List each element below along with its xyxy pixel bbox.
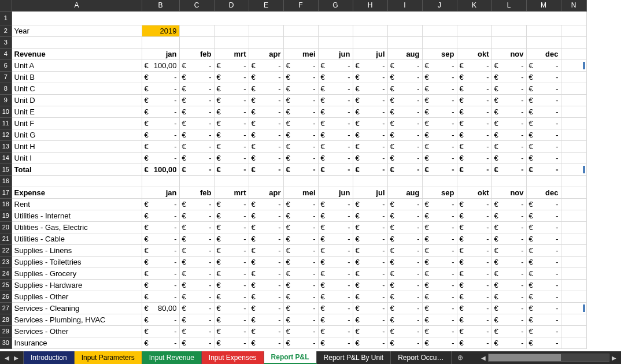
cell[interactable]: €- <box>353 221 387 233</box>
cell[interactable]: €- <box>457 210 491 221</box>
cell[interactable]: €- <box>318 221 353 233</box>
cell[interactable]: €- <box>318 256 353 268</box>
cell[interactable]: €- <box>179 268 214 279</box>
cell[interactable]: dec <box>526 187 561 198</box>
cell[interactable] <box>561 325 586 337</box>
cell[interactable]: €- <box>318 314 353 325</box>
cell[interactable]: €- <box>422 106 457 117</box>
cell[interactable] <box>491 25 526 36</box>
cell[interactable]: €- <box>142 279 179 291</box>
cell[interactable]: €- <box>249 210 283 221</box>
cell[interactable]: €- <box>179 302 214 314</box>
cell[interactable]: €- <box>214 71 249 83</box>
cell[interactable]: €- <box>179 140 214 152</box>
cell[interactable]: €- <box>318 83 353 94</box>
column-header[interactable]: C <box>179 0 214 11</box>
scroll-right-icon[interactable]: ▶ <box>609 355 619 361</box>
cell[interactable]: €- <box>214 279 249 291</box>
cell[interactable]: €- <box>214 83 249 94</box>
cell[interactable]: jan <box>142 48 179 60</box>
cell[interactable] <box>387 36 422 48</box>
row-header[interactable]: 20 <box>0 221 12 233</box>
cell[interactable]: €- <box>318 129 353 140</box>
cell[interactable]: €- <box>283 164 318 175</box>
row-header[interactable]: 9 <box>0 94 12 106</box>
cell[interactable]: €- <box>422 164 457 175</box>
cell[interactable]: €- <box>214 106 249 117</box>
cell[interactable]: jan <box>142 187 179 198</box>
cell[interactable]: €- <box>283 233 318 244</box>
cell[interactable]: €- <box>142 129 179 140</box>
cell[interactable]: €- <box>353 314 387 325</box>
cell[interactable]: €- <box>179 256 214 268</box>
cell[interactable]: €- <box>526 291 561 302</box>
cell[interactable]: €- <box>526 325 561 337</box>
cell[interactable]: €- <box>526 221 561 233</box>
cell[interactable] <box>353 175 387 187</box>
cell[interactable] <box>561 233 586 244</box>
cell[interactable]: €- <box>422 140 457 152</box>
cell[interactable]: €- <box>526 83 561 94</box>
cell[interactable]: €- <box>491 129 526 140</box>
cell[interactable] <box>561 187 586 198</box>
cell[interactable] <box>249 175 283 187</box>
cell[interactable]: Rent <box>12 198 142 210</box>
cell[interactable]: €- <box>214 302 249 314</box>
row-header[interactable]: 30 <box>0 337 12 348</box>
row-header[interactable]: 23 <box>0 256 12 268</box>
cell[interactable]: €- <box>526 164 561 175</box>
cell[interactable] <box>283 25 318 36</box>
cell[interactable]: €- <box>283 129 318 140</box>
cell[interactable]: €- <box>353 256 387 268</box>
cell[interactable]: €- <box>387 71 422 83</box>
cell[interactable]: €- <box>491 268 526 279</box>
cell[interactable]: €- <box>283 117 318 129</box>
cell[interactable] <box>179 25 214 36</box>
cell[interactable]: €- <box>387 268 422 279</box>
cell[interactable]: €- <box>249 244 283 256</box>
cell[interactable]: €- <box>179 106 214 117</box>
cell[interactable]: €- <box>179 337 214 348</box>
cell[interactable]: €- <box>387 152 422 164</box>
cell[interactable]: €- <box>318 71 353 83</box>
cell[interactable]: €- <box>249 314 283 325</box>
cell[interactable]: €- <box>142 106 179 117</box>
cell[interactable]: €- <box>283 152 318 164</box>
sheet-tab[interactable]: Input Expenses <box>202 351 264 364</box>
cell[interactable]: €- <box>318 244 353 256</box>
cell[interactable]: Unit E <box>12 106 142 117</box>
cell[interactable]: Expense <box>12 187 142 198</box>
cell[interactable]: €- <box>422 198 457 210</box>
cell[interactable]: €- <box>457 164 491 175</box>
tab-next-icon[interactable]: ▶ <box>14 355 19 361</box>
cell[interactable]: €- <box>142 152 179 164</box>
cell[interactable]: €- <box>214 94 249 106</box>
cell[interactable]: €- <box>179 117 214 129</box>
column-header[interactable] <box>0 0 12 11</box>
cell[interactable]: €- <box>214 60 249 71</box>
cell[interactable]: mei <box>283 187 318 198</box>
cell[interactable]: €- <box>387 106 422 117</box>
cell[interactable]: nov <box>491 187 526 198</box>
cell[interactable]: €- <box>387 256 422 268</box>
cell[interactable]: €- <box>422 94 457 106</box>
cell[interactable]: Insurance <box>12 337 142 348</box>
column-header[interactable]: M <box>526 0 561 11</box>
sheet-tab[interactable]: Input Parameters <box>75 351 142 364</box>
cell[interactable]: €- <box>142 268 179 279</box>
cell[interactable]: €- <box>422 244 457 256</box>
cell[interactable]: Unit G <box>12 129 142 140</box>
cell[interactable]: €- <box>457 337 491 348</box>
cell[interactable] <box>142 36 179 48</box>
cell[interactable] <box>387 25 422 36</box>
cell[interactable] <box>491 175 526 187</box>
cell[interactable] <box>422 36 457 48</box>
cell[interactable]: €- <box>249 302 283 314</box>
cell[interactable]: €- <box>526 117 561 129</box>
cell[interactable] <box>561 48 586 60</box>
cell[interactable]: €- <box>491 325 526 337</box>
cell[interactable]: €- <box>422 279 457 291</box>
column-header[interactable]: G <box>318 0 353 11</box>
cell[interactable]: Services - Cleaning <box>12 302 142 314</box>
cell[interactable]: Unit D <box>12 94 142 106</box>
